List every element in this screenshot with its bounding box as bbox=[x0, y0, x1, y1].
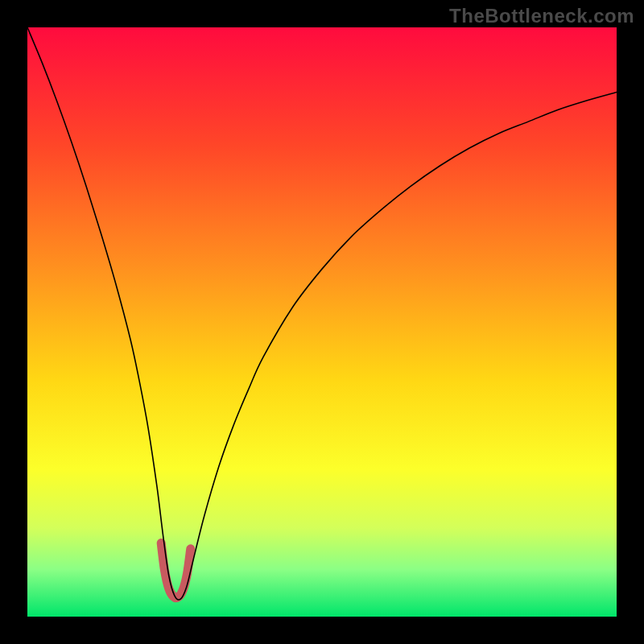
chart-frame: TheBottleneck.com bbox=[0, 0, 644, 644]
bottleneck-chart bbox=[27, 27, 617, 617]
watermark-text: TheBottleneck.com bbox=[449, 5, 634, 27]
plot-area bbox=[27, 27, 617, 617]
gradient-background bbox=[27, 27, 617, 617]
